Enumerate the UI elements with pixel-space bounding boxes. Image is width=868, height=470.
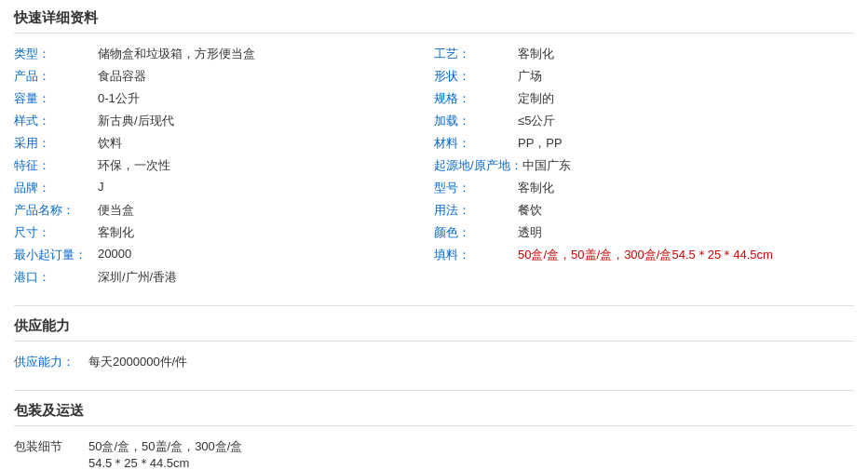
divider-1 [14,305,854,306]
detail-value: 饮料 [98,135,434,152]
detail-value: 客制化 [518,180,854,196]
detail-left-row: 容量： 0-1公升 [14,87,434,110]
detail-value: 深圳/广州/香港 [98,269,434,286]
detail-right-row: 用法： 餐饮 [434,199,854,222]
detail-left-row: 产品： 食品容器 [14,65,434,87]
detail-left-row: 港口： 深圳/广州/香港 [14,266,434,289]
detail-label: 用法： [434,202,518,219]
detail-left-row: 样式： 新古典/后现代 [14,110,434,132]
detail-label: 颜色： [434,224,518,241]
detail-label: 品牌： [14,180,98,196]
supply-label: 供应能力： [14,354,88,370]
detail-right-row: 填料： 50盒/盒，50盖/盒，300盒/盒54.5＊25＊44.5cm [434,244,854,266]
detail-value: 储物盒和垃圾箱，方形便当盒 [98,46,434,62]
quick-details-title: 快速详细资料 [14,9,854,34]
detail-left-row: 品牌： J [14,177,434,199]
detail-value: 新古典/后现代 [98,113,434,129]
packaging-title: 包装及运送 [14,402,854,426]
divider-2 [14,390,854,391]
detail-label: 尺寸： [14,224,98,241]
detail-left-row: 最小起订量： 20000 [14,244,434,266]
detail-value: ≤5公斤 [518,113,854,129]
detail-value: 环保，一次性 [98,157,434,174]
detail-left-row: 产品名称： 便当盒 [14,199,434,222]
detail-right-row: 形状： 广场 [434,65,854,87]
detail-right-row: 颜色： 透明 [434,222,854,244]
detail-label: 类型： [14,46,98,62]
detail-value: 便当盒 [98,202,434,219]
detail-value: 0-1公升 [98,90,434,107]
detail-right-row: 型号： 客制化 [434,177,854,199]
detail-grid: 类型： 储物盒和垃圾箱，方形便当盒 产品： 食品容器 容量： 0-1公升 样式：… [14,43,854,289]
detail-value: 定制的 [518,90,854,107]
detail-right-row: 起源地/原产地： 中国广东 [434,154,854,177]
detail-value: 中国广东 [522,157,854,174]
pkg-row: 包装细节 50盒/盒，50盖/盒，300盒/盒54.5＊25＊44.5cm [14,436,854,470]
detail-label: 起源地/原产地： [434,157,522,174]
pkg-rows: 包装细节 50盒/盒，50盖/盒，300盒/盒54.5＊25＊44.5cm 港口… [14,436,854,470]
detail-left-row: 采用： 饮料 [14,132,434,154]
detail-value: 餐饮 [518,202,854,219]
supply-title: 供应能力 [14,317,854,342]
detail-value: 食品容器 [98,68,434,85]
detail-label: 产品： [14,68,98,85]
detail-right-row: 加载： ≤5公斤 [434,110,854,132]
packaging-section: 包装及运送 包装细节 50盒/盒，50盖/盒，300盒/盒54.5＊25＊44.… [14,402,854,470]
supply-row: 供应能力： 每天2000000件/件 [14,351,854,373]
detail-label: 加载： [434,113,518,129]
detail-label: 型号： [434,180,518,196]
supply-section: 供应能力 供应能力： 每天2000000件/件 [14,317,854,373]
detail-label: 工艺： [434,46,518,62]
detail-label: 港口： [14,269,98,286]
detail-value: 50盒/盒，50盖/盒，300盒/盒54.5＊25＊44.5cm [518,247,854,263]
detail-label: 规格： [434,90,518,107]
detail-value: J [98,180,434,194]
detail-right-row: 工艺： 客制化 [434,43,854,65]
pkg-label: 包装细节 [14,438,88,455]
detail-label: 填料： [434,247,518,263]
detail-left-row: 尺寸： 客制化 [14,222,434,244]
detail-right-row: 材料： PP，PP [434,132,854,154]
detail-label: 特征： [14,157,98,174]
detail-left-col: 类型： 储物盒和垃圾箱，方形便当盒 产品： 食品容器 容量： 0-1公升 样式：… [14,43,434,289]
detail-label: 采用： [14,135,98,152]
detail-value: PP，PP [518,135,854,152]
detail-value: 广场 [518,68,854,85]
detail-value: 客制化 [518,46,854,62]
detail-label: 最小起订量： [14,247,98,263]
detail-value: 透明 [518,224,854,241]
detail-label: 产品名称： [14,202,98,219]
quick-details-section: 快速详细资料 类型： 储物盒和垃圾箱，方形便当盒 产品： 食品容器 容量： 0-… [14,9,854,289]
detail-label: 容量： [14,90,98,107]
detail-left-row: 特征： 环保，一次性 [14,154,434,177]
detail-left-row: 类型： 储物盒和垃圾箱，方形便当盒 [14,43,434,65]
detail-label: 材料： [434,135,518,152]
detail-label: 形状： [434,68,518,85]
page-wrapper: 快速详细资料 类型： 储物盒和垃圾箱，方形便当盒 产品： 食品容器 容量： 0-… [0,0,868,470]
detail-label: 样式： [14,113,98,129]
supply-value: 每天2000000件/件 [88,354,187,370]
detail-value: 20000 [98,247,434,261]
detail-right-col: 工艺： 客制化 形状： 广场 规格： 定制的 加载： ≤5公斤 材料： PP，P… [434,43,854,289]
supply-rows: 供应能力： 每天2000000件/件 [14,351,854,373]
detail-value: 客制化 [98,224,434,241]
pkg-value: 50盒/盒，50盖/盒，300盒/盒54.5＊25＊44.5cm [88,438,242,470]
detail-right-row: 规格： 定制的 [434,87,854,110]
